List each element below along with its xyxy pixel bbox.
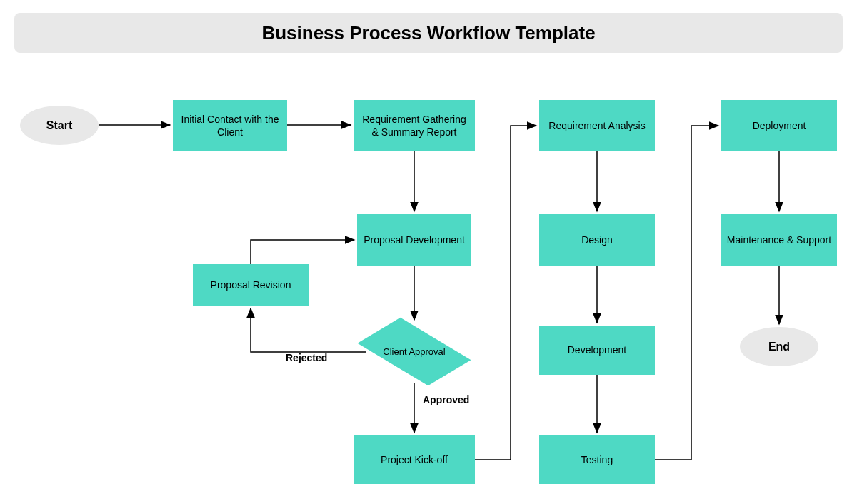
- requirement-analysis-node: Requirement Analysis: [539, 100, 655, 151]
- start-label: Start: [46, 119, 72, 132]
- design-label: Design: [581, 233, 613, 246]
- proposal-revision-node: Proposal Revision: [193, 264, 309, 306]
- page-title: Business Process Workflow Template: [261, 22, 595, 44]
- proposal-revision-label: Proposal Revision: [211, 278, 291, 291]
- requirement-gathering-node: Requirement Gathering & Summary Report: [354, 100, 475, 151]
- requirement-analysis-label: Requirement Analysis: [548, 119, 645, 132]
- proposal-development-label: Proposal Development: [364, 233, 465, 246]
- development-node: Development: [539, 326, 655, 375]
- deployment-node: Deployment: [721, 100, 837, 151]
- client-approval-label: Client Approval: [383, 346, 445, 358]
- proposal-development-node: Proposal Development: [357, 214, 471, 266]
- end-node: End: [740, 327, 818, 366]
- project-kickoff-label: Project Kick-off: [381, 453, 448, 466]
- testing-node: Testing: [539, 435, 655, 484]
- client-approval-node: Client Approval: [364, 321, 464, 382]
- end-label: End: [768, 341, 790, 353]
- title-bar: Business Process Workflow Template: [14, 13, 843, 53]
- deployment-label: Deployment: [753, 119, 806, 132]
- design-node: Design: [539, 214, 655, 266]
- project-kickoff-node: Project Kick-off: [354, 435, 475, 484]
- approved-label: Approved: [423, 394, 469, 405]
- flowchart-canvas: Business Process Workflow Template Start…: [0, 0, 857, 504]
- start-node: Start: [20, 106, 99, 145]
- testing-label: Testing: [581, 453, 613, 466]
- rejected-label: Rejected: [286, 352, 327, 363]
- requirement-gathering-label: Requirement Gathering & Summary Report: [358, 113, 471, 138]
- maintenance-node: Maintenance & Support: [721, 214, 837, 266]
- initial-contact-label: Initial Contact with the Client: [177, 113, 283, 138]
- maintenance-label: Maintenance & Support: [727, 233, 831, 246]
- initial-contact-node: Initial Contact with the Client: [173, 100, 287, 151]
- development-label: Development: [568, 343, 627, 356]
